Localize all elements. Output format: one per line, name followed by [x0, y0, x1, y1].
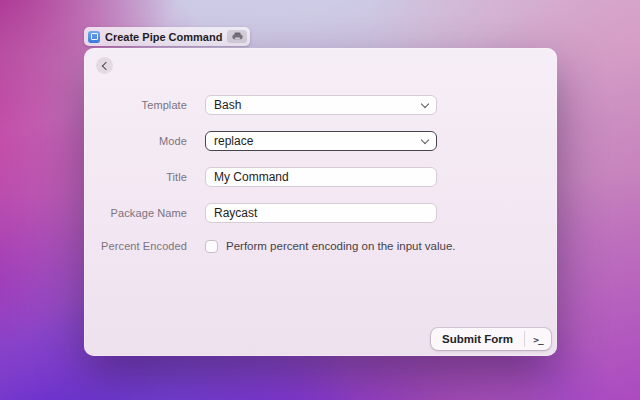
chevron-left-icon [101, 61, 109, 69]
chevron-down-icon [421, 135, 429, 143]
chevron-down-icon [421, 99, 429, 107]
title-input[interactable] [205, 167, 437, 187]
package-name-label: Package Name [84, 207, 187, 219]
command-tag[interactable]: Create Pipe Command [84, 27, 250, 46]
command-tag-title: Create Pipe Command [105, 31, 222, 43]
back-button[interactable] [96, 57, 113, 74]
form-row-title: Title [84, 167, 557, 187]
terminal-app-icon [88, 31, 100, 43]
form-row-percent-encoded: Percent Encoded Perform percent encoding… [84, 239, 557, 253]
pipe-command-form: Template Bash Mode replace Title Package… [84, 95, 557, 253]
tag-accessory-chip[interactable] [227, 30, 247, 43]
title-label: Title [84, 171, 187, 183]
template-dropdown-value: Bash [214, 98, 241, 112]
form-row-mode: Mode replace [84, 131, 557, 151]
submit-form-label: Submit Form [442, 333, 513, 345]
mode-dropdown-value: replace [214, 134, 253, 148]
form-row-template: Template Bash [84, 95, 557, 115]
mode-label: Mode [84, 135, 187, 147]
percent-encoded-label: Percent Encoded [84, 240, 187, 252]
mode-dropdown[interactable]: replace [205, 131, 437, 151]
footer-action-group: Submit Form >_ [431, 328, 551, 350]
package-name-input[interactable] [205, 203, 437, 223]
template-dropdown[interactable]: Bash [205, 95, 437, 115]
percent-encoded-checkbox[interactable] [205, 240, 218, 253]
raycast-form-window: Template Bash Mode replace Title Package… [84, 48, 557, 356]
percent-encoded-description: Perform percent encoding on the input va… [226, 240, 456, 252]
actions-terminal-button[interactable]: >_ [525, 328, 551, 350]
submit-form-button[interactable]: Submit Form [431, 328, 524, 350]
template-label: Template [84, 99, 187, 111]
printer-icon [232, 32, 243, 41]
form-row-package-name: Package Name [84, 203, 557, 223]
terminal-prompt-icon: >_ [533, 334, 542, 345]
